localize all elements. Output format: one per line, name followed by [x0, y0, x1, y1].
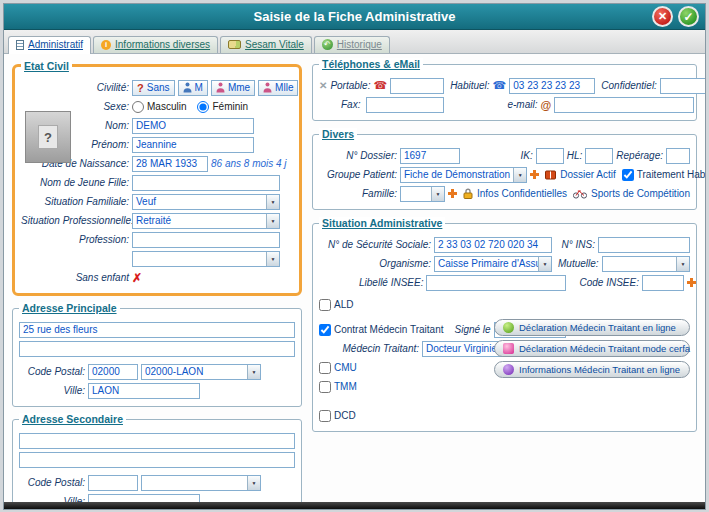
- fax-input[interactable]: [366, 97, 444, 113]
- ik-label: IK:: [521, 150, 533, 161]
- adresse2-ligne2-input[interactable]: [19, 452, 295, 468]
- civilite-mlle-button[interactable]: Mlle: [258, 80, 298, 96]
- civilite-label: Civilité:: [21, 82, 129, 93]
- profession-input[interactable]: [132, 232, 280, 248]
- ins-input[interactable]: [598, 237, 690, 253]
- window-title: Saisie de la Fiche Administrative: [254, 9, 456, 24]
- mutuelle-select[interactable]: [602, 256, 690, 272]
- dcd-checkbox[interactable]: [319, 410, 331, 422]
- num-dossier-label: N° Dossier:: [319, 150, 397, 161]
- person-female-icon: [216, 82, 225, 93]
- situation-professionnelle-select[interactable]: Retraité: [132, 213, 280, 229]
- tmm-checkbox[interactable]: [319, 381, 331, 393]
- add-insee-icon[interactable]: [687, 278, 696, 287]
- window-bottom-edge: [4, 502, 705, 509]
- declaration-medecin-en-ligne-button[interactable]: Déclaration Médecin Traitant en ligne: [494, 319, 690, 336]
- photo-question-icon: [38, 125, 58, 149]
- date-naissance-input[interactable]: [132, 156, 208, 172]
- code-postal2-input[interactable]: [88, 475, 138, 491]
- ik-input[interactable]: [536, 148, 564, 164]
- titlebar: Saisie de la Fiche Administrative: [4, 4, 705, 30]
- ville2-input[interactable]: [88, 494, 200, 503]
- secu-label: N° de Sécurité Sociale:: [319, 239, 431, 250]
- secu-input[interactable]: [434, 237, 552, 253]
- chevron-down-icon: [247, 476, 260, 490]
- dossier-actif-item[interactable]: Dossier Actif: [545, 169, 616, 180]
- declaration-medecin-cerfa-button[interactable]: Déclaration Médecin Traitant mode cerfa: [494, 340, 690, 357]
- phone-icon[interactable]: [493, 79, 507, 92]
- code-insee-label: Code INSEE:: [579, 277, 638, 288]
- civilite-mme-button[interactable]: Mme: [211, 80, 255, 96]
- prenom-input[interactable]: [132, 137, 254, 153]
- hl-input[interactable]: [585, 148, 613, 164]
- contrat-medecin-traitant-checkbox[interactable]: [319, 324, 331, 336]
- nom-jeune-fille-input[interactable]: [132, 175, 280, 191]
- fax-label: Fax:: [341, 99, 360, 110]
- close-icon: [658, 10, 667, 23]
- add-groupe-icon[interactable]: [530, 170, 539, 179]
- situation-familiale-select[interactable]: Veuf: [132, 194, 280, 210]
- habituel-input[interactable]: [509, 78, 595, 94]
- section-title: Adresse Principale: [19, 302, 120, 314]
- profession-extra-select[interactable]: [132, 251, 280, 267]
- vitale-card-icon: [228, 40, 241, 49]
- commune-select[interactable]: 02000-LAON: [141, 364, 261, 380]
- nom-input[interactable]: [132, 118, 254, 134]
- libelle-insee-label: Libellé INSEE:: [359, 277, 423, 288]
- confirm-button[interactable]: [678, 6, 699, 27]
- check-icon: [683, 10, 693, 24]
- famille-select[interactable]: [400, 186, 445, 202]
- commune2-select[interactable]: [141, 475, 261, 491]
- sans-enfant-label: Sans enfant: [21, 272, 129, 283]
- purple-info-icon: [503, 364, 514, 375]
- email-input[interactable]: [554, 97, 694, 113]
- confidentiel-input[interactable]: [660, 78, 705, 94]
- mobile-phone-icon[interactable]: [373, 79, 387, 92]
- sexe-masculin-radio[interactable]: [132, 101, 144, 113]
- code-postal-input[interactable]: [88, 364, 138, 380]
- organisme-select[interactable]: Caisse Primaire d'Assur: [434, 256, 552, 272]
- sexe-feminin-radio[interactable]: [197, 101, 209, 113]
- tab-administratif[interactable]: Administratif: [8, 36, 91, 54]
- form-icon: [16, 40, 24, 50]
- sports-competition-item[interactable]: Sports de Compétition: [573, 188, 690, 199]
- portable-input[interactable]: [390, 78, 444, 94]
- chevron-down-icon: [247, 365, 260, 379]
- cmu-checkbox[interactable]: [319, 362, 331, 374]
- reperage-input[interactable]: [666, 148, 690, 164]
- adresse1-ligne1-input[interactable]: [19, 322, 295, 338]
- code-insee-input[interactable]: [642, 275, 684, 291]
- libelle-insee-input[interactable]: [426, 275, 566, 291]
- tab-sesam-vitale[interactable]: Sesam Vitale: [220, 36, 312, 53]
- ald-checkbox[interactable]: [319, 299, 331, 311]
- adresse1-ligne2-input[interactable]: [19, 341, 295, 357]
- traitement-habituel-checkbox[interactable]: [622, 169, 634, 181]
- ins-label: N° INS:: [562, 239, 595, 250]
- cancel-button[interactable]: [652, 6, 673, 27]
- civilite-m-button[interactable]: M: [178, 80, 208, 96]
- medecin-traitant-label: Médecin Traitant:: [319, 343, 419, 354]
- informations-medecin-en-ligne-button[interactable]: Informations Médecin Traitant en ligne: [494, 361, 690, 378]
- patient-photo-placeholder[interactable]: [25, 111, 71, 163]
- chevron-down-icon: [266, 252, 279, 266]
- num-dossier-input[interactable]: [400, 148, 460, 164]
- person-female-icon: [263, 82, 272, 93]
- groupe-patient-select[interactable]: Fiche de Démonstration: [400, 167, 527, 183]
- divers-section: Divers N° Dossier: IK: HL: Repérage: Gro…: [312, 134, 697, 210]
- adresse2-ligne1-input[interactable]: [19, 433, 295, 449]
- ville-input[interactable]: [88, 383, 200, 399]
- signe-le-label: Signé le: [455, 324, 491, 335]
- sans-enfant-cross-icon[interactable]: [132, 271, 142, 285]
- tab-historique[interactable]: Historique: [314, 36, 390, 53]
- tab-informations-diverses[interactable]: Informations diverses: [93, 36, 218, 53]
- code-postal-label: Code Postal:: [19, 366, 85, 377]
- lock-icon: [463, 188, 473, 199]
- age-text: 86 ans 8 mois 4 j: [211, 158, 287, 169]
- section-title: Téléphones & eMail: [319, 58, 423, 70]
- main-content: Etat Civil Civilité: Sans M Mme: [4, 54, 705, 502]
- add-famille-icon[interactable]: [448, 189, 457, 198]
- clear-phone-icon[interactable]: [319, 80, 327, 91]
- civilite-sans-button[interactable]: Sans: [132, 80, 175, 96]
- tab-bar: Administratif Informations diverses Sesa…: [4, 30, 705, 54]
- infos-confidentielles-item[interactable]: Infos Confidentielles: [463, 188, 567, 199]
